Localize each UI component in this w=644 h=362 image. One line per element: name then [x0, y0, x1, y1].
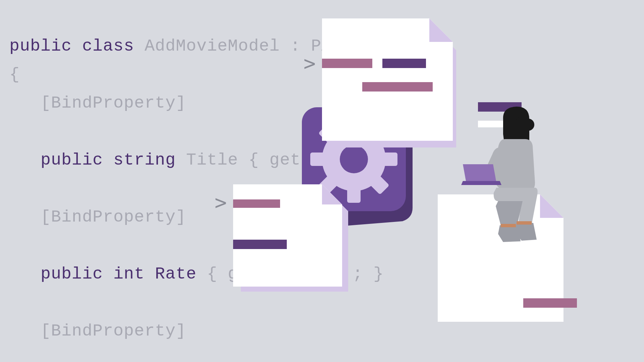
- code-text: { g ; }: [207, 264, 384, 284]
- svg-point-19: [522, 119, 534, 131]
- accent-bar: [478, 121, 507, 127]
- svg-rect-22: [501, 224, 516, 227]
- person-illustration: [461, 107, 538, 242]
- code-brace: {: [9, 65, 20, 84]
- code-attribute: [BindProperty]: [9, 94, 186, 113]
- code-text: AddMovieModel : PAgeModel: [145, 37, 405, 56]
- code-keyword: public int Rate: [9, 264, 207, 284]
- svg-point-20: [481, 170, 491, 178]
- svg-rect-21: [517, 221, 532, 225]
- code-keyword: public string: [9, 150, 186, 170]
- document-icon: [438, 194, 577, 322]
- code-attribute: [BindProperty]: [9, 321, 186, 341]
- code-text: Title { get: [186, 150, 301, 170]
- svg-rect-18: [523, 298, 577, 308]
- code-keyword: public class: [9, 37, 145, 56]
- background-code: public class AddMovieModel : PAgeModel {…: [9, 3, 446, 362]
- code-attribute: [BindProperty]: [9, 207, 186, 227]
- accent-bar: [478, 102, 522, 112]
